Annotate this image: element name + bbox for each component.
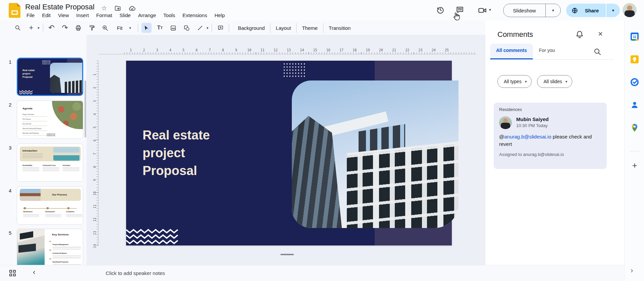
maps-icon[interactable] xyxy=(630,123,639,132)
slide-thumbnail-2[interactable]: Agenda Project Overview Our Process Key … xyxy=(17,101,83,139)
slide-number: 5 xyxy=(9,230,15,236)
tab-all-comments[interactable]: All comments xyxy=(490,44,533,59)
menu-item[interactable]: Format xyxy=(93,11,116,19)
version-history-icon[interactable] xyxy=(436,6,445,15)
slides-logo[interactable] xyxy=(9,3,20,18)
toolbar-button[interactable]: Transition xyxy=(323,23,356,33)
collapse-filmstrip-icon[interactable]: ‹ xyxy=(33,268,35,277)
account-avatar[interactable] xyxy=(623,3,637,17)
menu-item[interactable]: Arrange xyxy=(135,11,160,19)
chevron-down-icon[interactable]: ▾ xyxy=(546,8,560,13)
toolbar-button[interactable]: Background xyxy=(232,23,270,33)
ruler-number: 17 xyxy=(335,48,348,52)
slideshow-button[interactable]: Slideshow ▾ xyxy=(503,4,561,17)
ruler-number: 12 xyxy=(88,217,101,222)
ruler-number: 13 xyxy=(88,230,101,235)
dots-pattern xyxy=(283,62,306,78)
menu-item[interactable]: Tools xyxy=(160,11,179,19)
folder-move-icon[interactable] xyxy=(114,5,121,12)
keep-icon[interactable] xyxy=(630,55,639,64)
document-title[interactable]: Real Estate Proposal xyxy=(25,3,95,11)
grid-view-icon[interactable] xyxy=(9,270,16,277)
ruler-number: 15 xyxy=(309,48,322,52)
ruler-number: 11 xyxy=(88,204,101,209)
cloud-saved-icon[interactable] xyxy=(128,5,136,12)
ruler-number: 25 xyxy=(440,48,453,52)
slide-thumbnail-4[interactable]: Our Process Identification Development C… xyxy=(17,186,83,225)
tab-for-you[interactable]: For you xyxy=(533,44,561,59)
chevron-down-icon: ▾ xyxy=(129,26,131,30)
ruler-number: 5 xyxy=(177,48,190,52)
share-button[interactable]: Share ▾ xyxy=(566,4,620,17)
star-icon[interactable]: ☆ xyxy=(101,4,107,12)
ruler-number: 6 xyxy=(88,138,101,143)
slide-title-text[interactable]: Real estate project Proposal xyxy=(143,126,210,180)
get-addons-icon[interactable]: + xyxy=(630,161,639,170)
zoom-fit-select[interactable]: Fit ▾ xyxy=(114,25,135,31)
new-slide-icon[interactable]: + xyxy=(26,23,36,33)
contacts-icon[interactable] xyxy=(630,101,639,109)
print-icon[interactable] xyxy=(73,23,84,33)
undo-icon[interactable]: ↶ xyxy=(47,23,57,33)
slide-thumbnail-1[interactable]: Real estate project Proposal xyxy=(17,58,83,96)
insert-shape-icon[interactable] xyxy=(182,23,192,33)
menu-item[interactable]: View xyxy=(54,11,72,19)
notifications-bell-icon[interactable] xyxy=(575,30,585,40)
ruler-number: 6 xyxy=(190,48,203,52)
comment-card[interactable]: Residences Mubin Saiyed 10:30 PM Today @… xyxy=(494,103,607,169)
slide-thumbnail-3[interactable]: Introduction Sustainability Community Fo… xyxy=(17,144,83,182)
comment-assigned: Assigned to anurag.b@slidesai.io xyxy=(499,152,601,157)
zoom-icon[interactable] xyxy=(100,23,110,33)
zigzag-pattern xyxy=(126,228,179,245)
slide-thumbnail-5[interactable]: Key Services 01 Property Management 02 C… xyxy=(17,229,83,265)
slide-number: 4 xyxy=(9,188,15,193)
building-photo[interactable] xyxy=(292,80,459,228)
redo-icon[interactable]: ↷ xyxy=(60,23,70,33)
ruler-number: 11 xyxy=(256,48,269,52)
text-box-icon[interactable]: TT xyxy=(155,23,165,33)
search-menus-icon[interactable] xyxy=(13,23,23,33)
select-tool-icon[interactable] xyxy=(142,23,152,33)
ruler-number: 14 xyxy=(88,244,101,248)
ruler-number: 1 xyxy=(124,48,137,52)
paint-format-icon[interactable] xyxy=(87,23,97,33)
mention-link[interactable]: anurag.b@slidesai.io xyxy=(504,134,551,139)
search-icon[interactable] xyxy=(593,48,602,56)
close-icon[interactable]: × xyxy=(595,29,605,39)
chevron-down-icon[interactable]: ▾ xyxy=(489,7,498,17)
menu-bar: FileEditViewInsertFormatSlideArrangeTool… xyxy=(23,11,228,19)
insert-line-icon[interactable] xyxy=(195,23,205,33)
expand-sidebar-icon[interactable]: › xyxy=(631,266,633,275)
menu-item[interactable]: Extensions xyxy=(179,11,211,19)
menu-item[interactable]: Slide xyxy=(116,11,134,19)
filter-all-slides[interactable]: All slides ▾ xyxy=(537,75,572,88)
current-slide[interactable]: Real estate project Proposal xyxy=(126,61,452,245)
menu-item[interactable]: Insert xyxy=(72,11,93,19)
ruler-number: 13 xyxy=(282,48,295,52)
ruler-number: 24 xyxy=(427,48,440,52)
calendar-icon[interactable]: 31 xyxy=(630,32,639,41)
tasks-icon[interactable] xyxy=(630,78,639,87)
ruler-number: 2 xyxy=(138,48,151,52)
ruler-number: 10 xyxy=(243,48,256,52)
filmstrip-scrollbar[interactable] xyxy=(85,80,86,137)
toolbar-button[interactable]: Theme xyxy=(296,23,323,33)
chevron-down-icon[interactable]: ▾ xyxy=(606,8,620,13)
menu-item[interactable]: Help xyxy=(211,11,228,19)
chevron-down-icon[interactable]: ▾ xyxy=(207,26,209,30)
menu-item[interactable]: Edit xyxy=(38,11,54,19)
toolbar-button[interactable]: Layout xyxy=(270,23,296,33)
slide-position-indicator[interactable] xyxy=(280,254,294,255)
meet-camera-icon[interactable] xyxy=(478,6,487,15)
ruler-number: 18 xyxy=(348,48,361,52)
menu-item[interactable]: File xyxy=(23,11,38,19)
insert-comment-icon[interactable] xyxy=(215,23,225,33)
slide-number: 2 xyxy=(9,102,15,108)
fit-label: Fit xyxy=(117,25,123,31)
speaker-notes-placeholder[interactable]: Click to add speaker notes xyxy=(106,265,165,281)
ruler-number: 7 xyxy=(88,151,101,156)
insert-image-icon[interactable] xyxy=(168,23,178,33)
filter-all-types[interactable]: All types ▾ xyxy=(497,75,532,88)
chevron-down-icon[interactable]: ▾ xyxy=(38,26,40,30)
slide-filmstrip: 1 Real estate project Proposal 2 Agenda … xyxy=(0,35,87,265)
